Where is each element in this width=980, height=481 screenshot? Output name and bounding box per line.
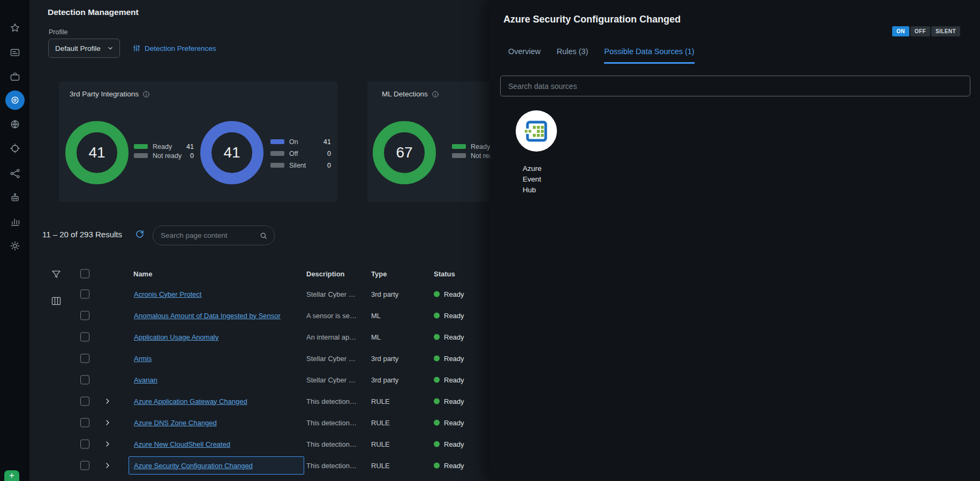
azure-event-hub-icon <box>516 110 557 152</box>
detection-link[interactable]: Application Usage Anomaly <box>134 333 218 341</box>
expand-row-button[interactable] <box>103 440 112 448</box>
detection-link[interactable]: Acronis Cyber Protect <box>134 290 201 298</box>
donut-value: 41 <box>223 144 240 161</box>
sidebar-item-settings[interactable] <box>0 235 29 257</box>
status-dot <box>434 441 440 447</box>
sidebar-item-connectors[interactable] <box>0 163 29 184</box>
description-cell: This detection… <box>306 419 367 427</box>
tab-rules[interactable]: Rules (3) <box>556 47 588 64</box>
donut-ring-blue: 41 <box>200 121 263 184</box>
star-icon <box>10 22 20 33</box>
detection-preferences-link[interactable]: Detection Preferences <box>132 44 216 52</box>
row-checkbox[interactable] <box>80 333 89 342</box>
status-dot <box>434 420 440 426</box>
robot-icon <box>10 192 20 203</box>
detection-link[interactable]: Armis <box>134 355 152 363</box>
legend-row: Ready 41 <box>134 142 194 151</box>
expand-row-button[interactable] <box>103 418 112 427</box>
type-cell: RULE <box>371 397 390 405</box>
expand-row-button[interactable] <box>103 397 112 405</box>
detection-link[interactable]: Anomalous Amount of Data Ingested by Sen… <box>134 312 281 320</box>
refresh-button[interactable] <box>135 229 147 241</box>
row-checkbox[interactable] <box>80 440 89 449</box>
refresh-icon <box>135 229 145 239</box>
tab-overview[interactable]: Overview <box>508 47 540 64</box>
tab-possible-data-sources[interactable]: Possible Data Sources (1) <box>604 47 694 64</box>
data-source-tile[interactable]: Azure Event Hub <box>516 110 564 196</box>
detection-link[interactable]: Avanan <box>134 376 157 384</box>
info-icon[interactable] <box>432 91 439 98</box>
sidebar-item-cases[interactable] <box>0 66 29 87</box>
network-icon <box>10 168 20 179</box>
type-cell: 3rd party <box>371 376 398 384</box>
status-label: Ready <box>444 312 464 320</box>
row-checkbox[interactable] <box>80 354 89 363</box>
chevron-right-icon <box>103 397 112 405</box>
status-dot <box>434 291 440 297</box>
add-button[interactable]: + <box>4 470 19 481</box>
detection-link[interactable]: Azure New CloudShell Created <box>134 440 230 448</box>
header-type: Type <box>371 270 387 278</box>
page-search-input[interactable] <box>161 231 259 239</box>
sidebar: + <box>0 0 29 481</box>
row-checkbox[interactable] <box>80 397 89 406</box>
sidebar-item-hunting[interactable] <box>0 138 29 159</box>
profile-label: Profile <box>49 28 67 36</box>
card-title: ML Detections <box>382 90 439 98</box>
sidebar-item-detections[interactable] <box>0 89 29 111</box>
detection-link[interactable]: Azure DNS Zone Changed <box>134 419 217 427</box>
status-dot <box>434 399 440 404</box>
status-cell: Ready <box>434 397 464 405</box>
ready-donut-chart: 41 <box>65 121 129 184</box>
description-cell: Stellar Cyber … <box>306 355 367 363</box>
sidebar-item-reports[interactable] <box>0 211 29 232</box>
status-label: Ready <box>444 419 464 427</box>
detection-link[interactable]: Azure Application Gateway Changed <box>134 397 247 405</box>
card-title: 3rd Party Integrations <box>70 90 150 98</box>
donut-value: 67 <box>396 144 412 161</box>
header-name: Name <box>133 270 152 278</box>
legend-swatch-gray <box>270 163 284 168</box>
type-cell: RULE <box>371 440 390 448</box>
row-checkbox[interactable] <box>80 375 89 385</box>
chevron-down-icon <box>107 44 114 52</box>
tune-icon <box>132 44 141 52</box>
toggle-on[interactable]: ON <box>892 26 909 36</box>
toggle-silent[interactable]: SILENT <box>931 26 960 36</box>
row-checkbox[interactable] <box>80 290 89 299</box>
profile-dropdown[interactable]: Default Profile <box>48 39 120 58</box>
status-cell: Ready <box>434 440 464 448</box>
description-cell: This detection… <box>306 397 367 405</box>
row-checkbox[interactable] <box>80 311 89 320</box>
name-cell: Anomalous Amount of Data Ingested by Sen… <box>129 306 304 325</box>
legend-swatch-gray <box>452 153 466 158</box>
detail-drawer: Azure Security Configuration Changed ON … <box>490 0 980 481</box>
status-label: Ready <box>444 376 464 384</box>
results-count: 11 – 20 of 293 Results <box>42 230 122 239</box>
table-row: Azure New CloudShell Created This detect… <box>0 433 490 455</box>
select-all-checkbox[interactable] <box>80 269 89 279</box>
status-dot <box>434 377 440 383</box>
sidebar-item-threat-intel[interactable] <box>0 114 29 135</box>
header-status: Status <box>434 270 455 278</box>
row-checkbox[interactable] <box>80 461 89 470</box>
name-cell: Application Usage Anomaly <box>129 328 304 346</box>
legend-swatch-gray <box>270 151 284 156</box>
toggle-off[interactable]: OFF <box>910 26 930 36</box>
data-source-search-input[interactable] <box>508 82 962 91</box>
name-cell-selected: Azure Security Configuration Changed <box>129 456 304 475</box>
type-cell: 3rd party <box>371 355 398 363</box>
description-cell: This detection… <box>306 440 367 448</box>
sidebar-item-automation[interactable] <box>0 187 29 208</box>
legend-row: Off 0 <box>270 149 331 158</box>
sidebar-item-favorites[interactable] <box>0 17 29 39</box>
donut-value: 41 <box>88 144 105 161</box>
sidebar-item-licenses[interactable] <box>0 42 29 63</box>
row-checkbox[interactable] <box>80 418 89 427</box>
expand-row-button[interactable] <box>103 461 112 470</box>
state-donut-chart: 41 <box>200 121 263 184</box>
info-icon[interactable] <box>142 91 150 98</box>
plus-icon: + <box>9 470 14 481</box>
detection-link[interactable]: Azure Security Configuration Changed <box>134 462 253 470</box>
legend-row: Silent 0 <box>270 161 331 170</box>
